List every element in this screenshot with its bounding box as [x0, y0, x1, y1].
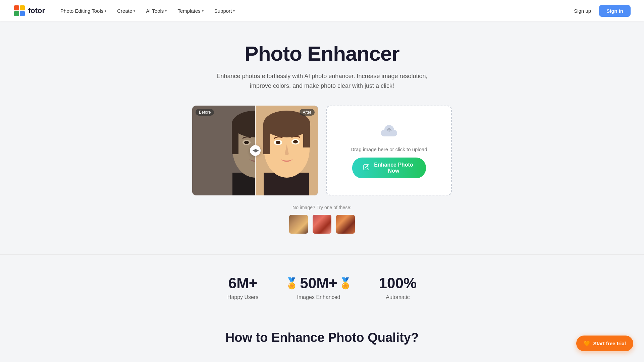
- how-to-heading: How to Enhance Photo Quality?: [0, 320, 644, 348]
- stats-section: 6M+ Happy Users 🏅 50M+ 🏅 Images Enhanced…: [0, 254, 644, 320]
- upload-dropzone[interactable]: Drag image here or click to upload Enhan…: [326, 106, 452, 195]
- svg-rect-1: [14, 5, 19, 10]
- chevron-down-icon: ▾: [202, 9, 204, 13]
- samples-label: No image? Try one of these:: [292, 205, 352, 210]
- label-after: After: [300, 109, 315, 116]
- stat-images-enhanced: 🏅 50M+ 🏅 Images Enhanced: [285, 275, 352, 300]
- sample-image-3[interactable]: [335, 214, 356, 234]
- svg-rect-4: [20, 11, 25, 16]
- nav-item-ai-tools[interactable]: AI Tools ▾: [141, 5, 171, 16]
- hero-section: Photo Enhancer Enhance photos effortless…: [0, 21, 644, 248]
- nav-links: Photo Editing Tools ▾ Create ▾ AI Tools …: [56, 5, 570, 16]
- nav-item-create[interactable]: Create ▾: [112, 5, 140, 16]
- signin-button[interactable]: Sign in: [599, 5, 631, 17]
- samples-section: No image? Try one of these:: [288, 205, 356, 234]
- upload-drag-text: Drag image here or click to upload: [351, 146, 427, 152]
- nav-item-templates[interactable]: Templates ▾: [173, 5, 208, 16]
- stat-number-0: 6M+: [228, 275, 258, 292]
- sample-image-1[interactable]: [288, 214, 309, 234]
- enhance-icon: [363, 164, 370, 172]
- upload-icon: [380, 122, 398, 141]
- navbar: fotor Photo Editing Tools ▾ Create ▾ AI …: [0, 0, 644, 21]
- stat-automatic: 100% Automatic: [379, 275, 417, 300]
- slider-handle[interactable]: ◀▶: [250, 145, 261, 156]
- svg-rect-3: [14, 11, 19, 16]
- stat-label-0: Happy Users: [227, 294, 258, 300]
- stat-happy-users: 6M+ Happy Users: [227, 275, 258, 300]
- label-before: Before: [196, 109, 214, 116]
- signup-button[interactable]: Sign up: [570, 5, 595, 16]
- floating-trial-label: Start free trial: [593, 341, 626, 346]
- laurel-right-icon: 🏅: [339, 277, 352, 290]
- main-content-row: Before After ◀▶ Drag image here or click…: [188, 106, 456, 195]
- laurel-left-icon: 🏅: [285, 277, 299, 290]
- svg-rect-2: [20, 5, 25, 10]
- logo-link[interactable]: fotor: [13, 5, 45, 17]
- samples-row: [288, 214, 356, 234]
- chevron-down-icon: ▾: [105, 9, 106, 13]
- stat-label-2: Automatic: [386, 294, 410, 300]
- laurel-decoration: 🏅 50M+ 🏅: [285, 275, 352, 292]
- nav-item-photo-editing[interactable]: Photo Editing Tools ▾: [56, 5, 111, 16]
- logo-text: fotor: [28, 6, 45, 15]
- after-photo-svg: [255, 106, 318, 195]
- enhance-button-icon: [363, 164, 370, 171]
- upload-cloud-icon: [380, 122, 398, 138]
- stat-number-2: 100%: [379, 275, 417, 292]
- stat-label-1: Images Enhanced: [297, 294, 340, 300]
- nav-item-support[interactable]: Support ▾: [210, 5, 240, 16]
- svg-point-21: [276, 141, 280, 144]
- page-title: Photo Enhancer: [245, 42, 399, 65]
- hero-subtitle: Enhance photos effortlessly with AI phot…: [208, 71, 436, 91]
- stat-number-1: 50M+: [300, 275, 337, 292]
- chevron-down-icon: ▾: [233, 9, 235, 13]
- photo-after: [255, 106, 318, 195]
- chevron-down-icon: ▾: [165, 9, 167, 13]
- svg-point-10: [244, 141, 249, 144]
- start-free-trial-button[interactable]: 🧡 Start free trial: [576, 336, 633, 351]
- svg-rect-26: [303, 124, 310, 147]
- svg-point-28: [367, 165, 368, 167]
- enhance-button-label: Enhance Photo Now: [372, 162, 415, 174]
- svg-rect-14: [232, 124, 238, 154]
- svg-rect-27: [364, 165, 369, 170]
- heart-icon: 🧡: [584, 340, 590, 347]
- slider-arrows-icon: ◀▶: [253, 148, 258, 153]
- svg-rect-25: [263, 124, 270, 154]
- before-after-slider[interactable]: Before After ◀▶: [192, 106, 318, 195]
- chevron-down-icon: ▾: [133, 9, 135, 13]
- enhance-photo-button[interactable]: Enhance Photo Now: [352, 158, 426, 178]
- nav-actions: Sign up Sign in: [570, 5, 631, 17]
- logo-icon: [13, 5, 25, 17]
- svg-point-23: [293, 140, 298, 143]
- sample-image-2[interactable]: [312, 214, 332, 234]
